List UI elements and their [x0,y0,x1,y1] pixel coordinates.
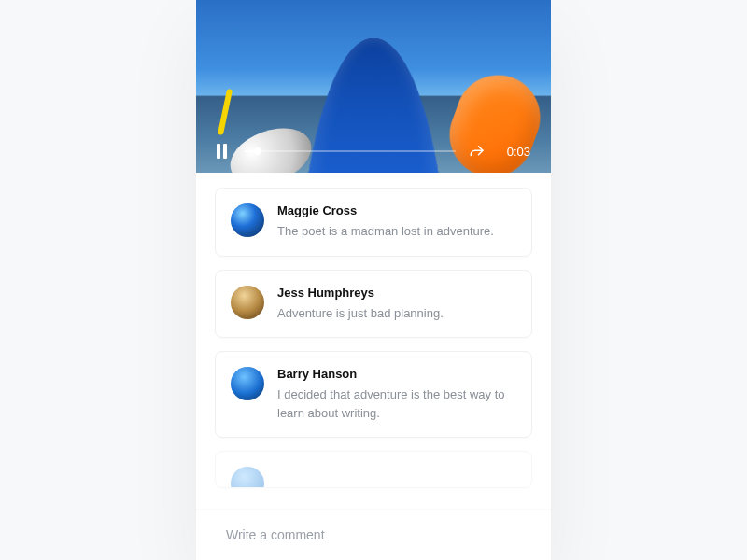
comment-text: I decided that adventure is the best way… [277,385,514,422]
comment-text: The poet is a madman lost in adventure. [277,222,514,241]
comment-card[interactable] [215,451,532,488]
share-icon[interactable] [469,143,486,160]
comment-card[interactable]: Jess Humphreys Adventure is just bad pla… [215,270,532,339]
phone-frame: 0:03 Maggie Cross The poet is a madman l… [196,0,551,560]
comment-card[interactable]: Barry Hanson I decided that adventure is… [215,351,532,438]
comment-author: Maggie Cross [277,203,514,217]
video-controls: 0:03 [196,143,551,160]
avatar [231,467,264,488]
avatar [231,286,264,319]
comment-author: Barry Hanson [277,367,514,381]
comments-list: Maggie Cross The poet is a madman lost i… [196,173,551,488]
video-time: 0:03 [499,145,530,159]
avatar [231,203,264,237]
comment-author: Jess Humphreys [277,286,514,300]
pause-button[interactable] [217,144,232,159]
comment-input[interactable] [226,527,521,542]
progress-handle[interactable] [254,147,261,155]
progress-bar[interactable] [245,150,456,152]
comment-card[interactable]: Maggie Cross The poet is a madman lost i… [215,188,532,257]
video-player[interactable]: 0:03 [196,0,551,173]
comment-composer[interactable] [196,509,551,560]
comment-text: Adventure is just bad planning. [277,304,514,323]
avatar [231,367,264,400]
